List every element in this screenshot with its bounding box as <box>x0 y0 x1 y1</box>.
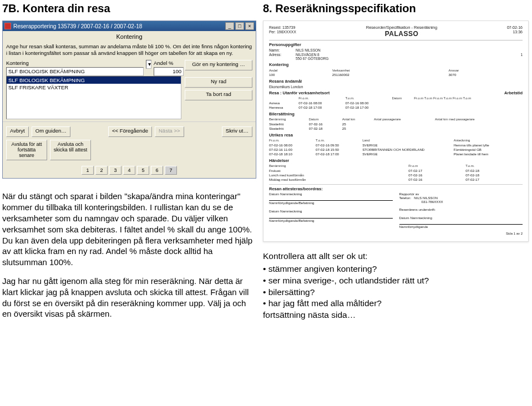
table-row: Lunch med kostförmån 07-02-16 07-02-18 <box>269 172 523 177</box>
new-row-button[interactable]: Ny rad <box>185 77 252 88</box>
table-row: Skattefritt 07-02-16 25 <box>269 121 523 126</box>
andamal-header: Resans ändamål <box>269 79 523 84</box>
kontering-header: Kontering <box>269 63 523 68</box>
sig-namnfort-3: Namnförtydligande <box>399 225 523 229</box>
kontering-dropdown-arrow[interactable]: ▾ <box>146 60 151 69</box>
person-extra: 1 <box>520 53 523 57</box>
resenar-underskrift-label: Resenärens underskrift: <box>399 207 523 211</box>
print-document: Reseid: 135739 Per: 198XXXXX Reseorder/S… <box>263 21 529 242</box>
per-value: 198XXXXX <box>277 30 296 34</box>
attest-header: Resan attesteras/beordras: <box>269 187 523 192</box>
step-6[interactable]: 6 <box>151 166 163 175</box>
rapportor-label: Rapportör av <box>399 192 419 196</box>
prev-button[interactable]: << Föregående <box>108 126 152 137</box>
table-row: Frukost 07-02-17 07-02-18 <box>269 168 523 172</box>
close-button[interactable]: × <box>245 22 254 30</box>
finish-later-button[interactable]: Avsluta för att fortsätta senare <box>6 140 47 161</box>
rapportor-name: NILS NILSSON <box>414 196 438 200</box>
doc-system: PALASSO <box>366 31 437 38</box>
left-paragraph-1: När du stängt och sparat i bilden "skapa… <box>2 191 256 268</box>
table-row: 07-02-18 18:10 07-02-18 17:00 SVERIGE Pl… <box>269 151 523 156</box>
maximize-button[interactable]: □ <box>235 22 244 30</box>
adress-value: NILSVÄGEN 8 <box>296 53 320 57</box>
minimize-button[interactable]: _ <box>225 22 234 30</box>
resa-header-left: Resa : Utanför verksamhetsort <box>269 91 330 96</box>
rapportor-tel: 031-786XXXX <box>422 200 523 204</box>
telefon-label: Telefon: <box>399 196 412 200</box>
sig-namnfort-1: Namnförtydligande/Befattning <box>269 201 393 205</box>
new-kontering-button[interactable]: Gör en ny kontering … <box>185 60 252 70</box>
print-button[interactable]: Skriv ut… <box>222 126 252 137</box>
andamal-value: Ekonomikurs London <box>269 85 303 89</box>
postal-value: 550 67 GÖTEBORG <box>296 57 328 60</box>
cancel-button[interactable]: Avbryt <box>6 126 29 137</box>
step-2[interactable]: 2 <box>95 166 108 175</box>
table-row: Avresa 07-02-16 08:00 07-02-16 08:00 <box>269 101 523 105</box>
table-row: 07-02-16 11:00 07-02-18 15:50 STORBRITAN… <box>269 147 523 151</box>
utrikes-header: Utrikes resa <box>269 133 523 138</box>
section-header: Kontering <box>3 31 256 41</box>
step-5[interactable]: 5 <box>137 166 149 175</box>
resa-header-right: Arbetstid <box>504 91 523 96</box>
checklist-lead: Kontrollera att allt ser ok ut: <box>263 251 529 262</box>
handelser-header: Händelser <box>269 159 523 164</box>
page-number: Sida 1 av 2 <box>269 232 523 236</box>
list-item[interactable]: SLF BIOLOGISK BEKÄMPNING <box>7 77 181 84</box>
sig-namnfort-2: Namnförtydligande/Befattning <box>269 219 393 222</box>
step-7[interactable]: 7 <box>165 166 177 175</box>
continuation-text: fortsättning nästa sida… <box>263 309 529 321</box>
checklist-item: stämmer angiven kontering? <box>263 263 529 275</box>
namn-value: NILS NILSSON <box>296 48 321 52</box>
adress-label: Adress: <box>269 53 289 57</box>
andel-input[interactable]: 100 <box>154 67 184 76</box>
kont-h-ansvar: Ansvar <box>449 68 523 73</box>
kont-h-andel: Andel <box>269 68 332 73</box>
checklist-item: bilersätting? <box>263 287 529 298</box>
reseid-value: 135739 <box>282 26 295 29</box>
step-4[interactable]: 4 <box>123 166 135 175</box>
reseid-label: Reseid: <box>269 26 281 29</box>
per-label: Per: <box>269 30 276 34</box>
left-paragraph-2: Jag har nu gått igenom alla steg för min… <box>2 276 256 319</box>
andel-label: Andel % <box>154 60 184 66</box>
list-item[interactable]: SLF FRISKARE VÄXTER <box>7 84 181 91</box>
kont-h-verksamhet: Verksamhet <box>332 68 449 73</box>
table-row: Hemresa 07-02-18 17:00 07-02-18 17:00 <box>269 105 523 110</box>
step-bar: 1 2 3 4 5 6 7 <box>3 164 256 178</box>
kontering-input[interactable]: SLF BIOLOGISK BEKÄMPNING <box>6 67 144 76</box>
checklist-item: ser mina sverige-, och utlandstider rätt… <box>263 275 529 287</box>
person-header: Personuppgifter <box>269 43 523 48</box>
app-icon <box>4 23 11 29</box>
table-row: 100 251160002 3070 <box>269 73 523 77</box>
doc-time: 13:36 <box>507 30 523 34</box>
table-row: Skattefritt 07-02-18 25 <box>269 126 523 131</box>
doc-date: 07-02-16 <box>507 26 523 30</box>
step-3[interactable]: 3 <box>109 166 121 175</box>
checklist-item: har jag fått med alla måltider? <box>263 298 529 309</box>
titlebar: Reserapportering 135739 / 2007-02-16 / 2… <box>3 21 256 31</box>
kontering-label: Kontering <box>6 60 144 66</box>
instruction-text: Ange hur resan skall konteras, summan av… <box>3 41 256 60</box>
kontering-listbox[interactable]: SLF BIOLOGISK BEKÄMPNING SLF FRISKARE VÄ… <box>6 76 181 119</box>
right-heading: 8. Reseräkningsspecifikation <box>263 2 529 15</box>
left-heading: 7B. Kontera din resa <box>2 2 256 15</box>
table-row: Middag med kostförmån 07-02-16 07-02-17 <box>269 177 523 181</box>
about-guide-button[interactable]: Om guiden… <box>32 126 70 137</box>
sig-datum-namn-3: Datum Namnteckning <box>399 216 523 220</box>
delete-row-button[interactable]: Ta bort rad <box>185 90 252 100</box>
step-1[interactable]: 1 <box>82 166 94 175</box>
app-window: Reserapportering 135739 / 2007-02-16 / 2… <box>2 21 256 179</box>
namn-label: Namn: <box>269 48 289 52</box>
window-title: Reserapportering 135739 / 2007-02-16 / 2… <box>13 23 223 29</box>
bil-header: Bilersättning <box>269 112 523 117</box>
sig-datum-namn-2: Datum Namnteckning <box>269 209 393 213</box>
sig-datum-namn-1: Datum Namnteckning <box>269 192 393 196</box>
next-button[interactable]: Nästa >> <box>155 126 184 137</box>
table-row: 07-02-16 08:00 07-02-16 09:50 SVERIGE He… <box>269 143 523 147</box>
finish-send-button[interactable]: Avsluta och skicka till attest <box>50 140 91 161</box>
